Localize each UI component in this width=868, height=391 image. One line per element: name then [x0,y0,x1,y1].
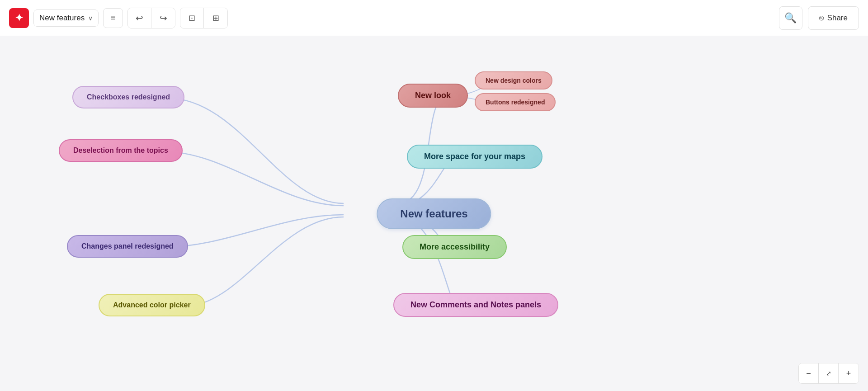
designcolors-node-label: New design colors [486,77,542,84]
share-label: Share [827,14,848,23]
buttonsredesigned-node[interactable]: Buttons redesigned [475,93,556,111]
zoom-minus-icon: − [806,369,811,378]
logo-icon: ✦ [15,13,23,23]
colorpicker-node[interactable]: Advanced color picker [99,294,205,316]
colorpicker-node-label: Advanced color picker [113,301,191,309]
changes-node-label: Changes panel redesigned [81,242,174,250]
toolbar: ✦ New features ∨ ≡ ↩ ↪ ⊡ ⊞ 🔍 ⎋ Share [0,0,868,36]
zoom-fit-button[interactable]: ⤢ [819,363,839,383]
center-node-label: New features [400,207,467,220]
checkboxes-node[interactable]: Checkboxes redesigned [72,86,184,108]
chevron-down-icon: ∨ [88,14,93,22]
morespace-node-label: More space for your maps [424,152,525,161]
hamburger-icon: ≡ [111,13,116,23]
layout-button[interactable]: ⊞ [204,8,227,28]
comments-node-label: New Comments and Notes panels [410,300,541,310]
changes-node[interactable]: Changes panel redesigned [67,235,188,258]
view-group: ⊡ ⊞ [180,8,228,28]
center-node[interactable]: New features [377,198,491,229]
search-icon: 🔍 [784,12,797,24]
fit-icon: ⊡ [189,13,195,23]
share-icon: ⎋ [819,14,824,23]
zoom-out-button[interactable]: − [799,363,819,383]
morespace-node[interactable]: More space for your maps [407,145,542,169]
toolbar-right: 🔍 ⎋ Share [779,6,859,30]
fit-view-button[interactable]: ⊡ [180,8,204,28]
comments-node[interactable]: New Comments and Notes panels [393,293,558,317]
moreaccessibility-node[interactable]: More accessibility [402,235,507,259]
undo-redo-group: ↩ ↪ [127,8,175,28]
deselection-node[interactable]: Deselection from the topics [59,139,183,162]
zoom-in-button[interactable]: + [839,363,859,383]
designcolors-node[interactable]: New design colors [475,71,552,90]
newlook-node-label: New look [415,91,451,100]
zoom-plus-icon: + [846,369,851,378]
redo-button[interactable]: ↪ [151,8,175,28]
redo-icon: ↪ [160,13,167,24]
deselection-node-label: Deselection from the topics [73,146,168,155]
undo-icon: ↩ [136,13,143,24]
search-button[interactable]: 🔍 [779,6,802,30]
logo-button[interactable]: ✦ [9,8,29,28]
zoom-controls: − ⤢ + [798,363,859,384]
share-button[interactable]: ⎋ Share [808,6,859,30]
layout-icon: ⊞ [212,13,219,23]
menu-button[interactable]: ≡ [103,8,123,28]
title-area[interactable]: New features ∨ [33,9,99,27]
undo-button[interactable]: ↩ [128,8,151,28]
checkboxes-node-label: Checkboxes redesigned [87,93,170,101]
zoom-fit-icon: ⤢ [826,370,831,377]
newlook-node[interactable]: New look [398,84,468,108]
mind-map-canvas: New features Checkboxes redesigned Desel… [0,36,868,391]
document-title: New features [39,14,85,23]
buttonsredesigned-node-label: Buttons redesigned [486,99,545,106]
moreaccessibility-node-label: More accessibility [420,242,490,252]
